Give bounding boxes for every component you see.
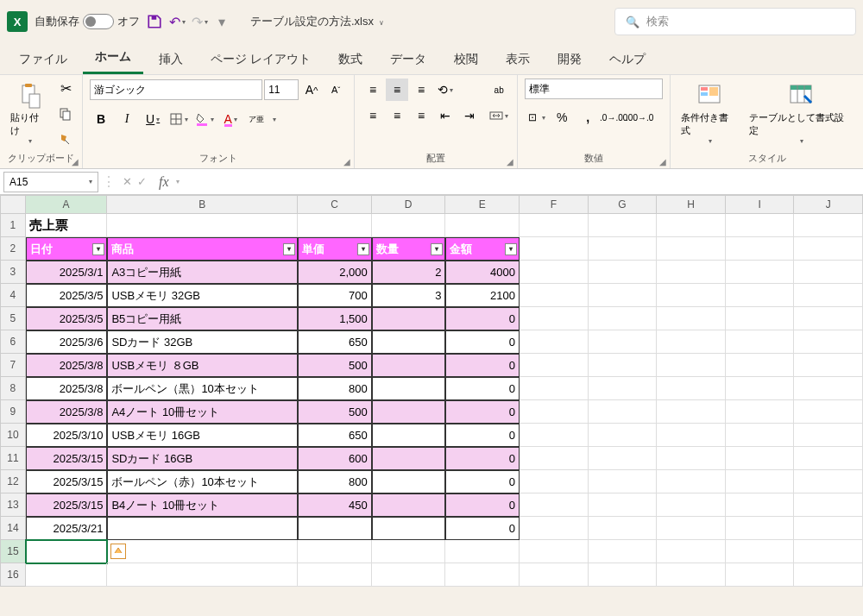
- cell[interactable]: USBメモリ ８GB: [107, 354, 298, 377]
- cell[interactable]: [372, 354, 446, 377]
- cell[interactable]: [372, 517, 446, 540]
- cell[interactable]: [372, 424, 446, 447]
- cell[interactable]: [107, 540, 298, 563]
- cell[interactable]: [589, 563, 658, 587]
- cell[interactable]: [657, 377, 726, 400]
- cell[interactable]: [298, 214, 372, 237]
- cell[interactable]: [657, 563, 726, 587]
- cell[interactable]: [520, 307, 589, 330]
- cell[interactable]: 0: [445, 377, 520, 400]
- cell[interactable]: [589, 237, 658, 261]
- tab-ヘルプ[interactable]: ヘルプ: [597, 45, 658, 74]
- cell[interactable]: [726, 354, 795, 377]
- align-bottom-button[interactable]: ≡: [410, 79, 432, 101]
- cell[interactable]: 2025/3/15: [26, 493, 108, 517]
- cell[interactable]: [726, 493, 795, 517]
- cell[interactable]: [657, 330, 726, 354]
- cell[interactable]: [589, 447, 658, 470]
- cell[interactable]: [794, 354, 863, 377]
- row-header[interactable]: 3: [0, 261, 26, 284]
- cell[interactable]: [589, 307, 658, 330]
- font-name-select[interactable]: [90, 79, 262, 100]
- number-format-select[interactable]: [525, 79, 663, 99]
- row-header[interactable]: 6: [0, 330, 26, 354]
- search-box[interactable]: 🔍 検索: [614, 8, 856, 35]
- cell[interactable]: 金額▾: [445, 237, 520, 261]
- row-header[interactable]: 8: [0, 377, 26, 400]
- decrease-decimal-button[interactable]: .00→.0: [628, 106, 651, 129]
- cell[interactable]: [107, 563, 298, 587]
- cell[interactable]: [657, 540, 726, 563]
- cell[interactable]: 0: [445, 354, 520, 377]
- cell[interactable]: [589, 470, 658, 493]
- align-top-button[interactable]: ≡: [362, 79, 384, 101]
- cell[interactable]: [520, 261, 589, 284]
- cut-button[interactable]: ✂: [56, 79, 75, 97]
- cell[interactable]: [589, 540, 658, 563]
- cell[interactable]: 2025/3/5: [26, 284, 108, 307]
- cell[interactable]: B4ノート 10冊セット: [107, 493, 298, 517]
- cell[interactable]: 650: [298, 330, 372, 354]
- increase-font-button[interactable]: A^: [300, 79, 323, 101]
- cell[interactable]: [372, 400, 446, 424]
- font-color-button[interactable]: A▾: [219, 108, 242, 130]
- cell[interactable]: 2025/3/6: [26, 330, 108, 354]
- row-header[interactable]: 12: [0, 470, 26, 493]
- tab-ホーム[interactable]: ホーム: [83, 42, 143, 74]
- cell[interactable]: 単価▾: [298, 237, 372, 261]
- cell[interactable]: [726, 517, 795, 540]
- cell[interactable]: 0: [445, 424, 520, 447]
- cell[interactable]: [372, 470, 446, 493]
- cell[interactable]: 2025/3/1: [26, 261, 108, 284]
- cell[interactable]: 0: [445, 493, 520, 517]
- cell[interactable]: [372, 330, 446, 354]
- cell[interactable]: 2025/3/8: [26, 354, 108, 377]
- cell[interactable]: ボールペン（赤）10本セット: [107, 470, 298, 493]
- cell[interactable]: [520, 330, 589, 354]
- cell[interactable]: [372, 377, 446, 400]
- cell[interactable]: [372, 307, 446, 330]
- format-painter-button[interactable]: [56, 130, 75, 149]
- cell[interactable]: [726, 447, 795, 470]
- cell[interactable]: [794, 214, 863, 237]
- italic-button[interactable]: I: [116, 108, 138, 130]
- cell[interactable]: USBメモリ 32GB: [107, 284, 298, 307]
- row-header[interactable]: 13: [0, 493, 26, 517]
- cell[interactable]: [657, 284, 726, 307]
- cell[interactable]: ボールペン（黒）10本セット: [107, 377, 298, 400]
- cell[interactable]: 日付▾: [26, 237, 108, 261]
- cell[interactable]: SDカード 16GB: [107, 447, 298, 470]
- filename[interactable]: テーブル設定の方法.xlsx ∨: [250, 14, 384, 29]
- align-center-button[interactable]: ≡: [386, 104, 408, 127]
- cell[interactable]: [298, 563, 372, 587]
- cell[interactable]: [372, 493, 446, 517]
- row-header[interactable]: 5: [0, 307, 26, 330]
- row-header[interactable]: 10: [0, 424, 26, 447]
- cell[interactable]: [657, 354, 726, 377]
- cell[interactable]: 800: [298, 470, 372, 493]
- cell[interactable]: 2100: [445, 284, 520, 307]
- cell[interactable]: 0: [445, 517, 520, 540]
- cell[interactable]: [26, 540, 108, 563]
- cell[interactable]: [107, 214, 298, 237]
- cell[interactable]: 500: [298, 354, 372, 377]
- name-box[interactable]: A15▾: [3, 172, 98, 192]
- cell[interactable]: [794, 470, 863, 493]
- cell[interactable]: SDカード 32GB: [107, 330, 298, 354]
- align-right-button[interactable]: ≡: [410, 104, 432, 127]
- cell[interactable]: [726, 307, 795, 330]
- cell[interactable]: [657, 447, 726, 470]
- col-header-C[interactable]: C: [298, 195, 372, 214]
- filter-dropdown-icon[interactable]: ▾: [357, 243, 369, 255]
- cell[interactable]: [726, 284, 795, 307]
- row-header[interactable]: 14: [0, 517, 26, 540]
- cell[interactable]: 0: [445, 447, 520, 470]
- cell[interactable]: 2025/3/10: [26, 424, 108, 447]
- cell[interactable]: [657, 261, 726, 284]
- cell[interactable]: [726, 377, 795, 400]
- cell[interactable]: [589, 214, 658, 237]
- fill-color-button[interactable]: ▾: [193, 108, 216, 130]
- cell[interactable]: 2025/3/21: [26, 517, 108, 540]
- cell[interactable]: [726, 540, 795, 563]
- qat-more-icon[interactable]: ▾: [214, 14, 230, 29]
